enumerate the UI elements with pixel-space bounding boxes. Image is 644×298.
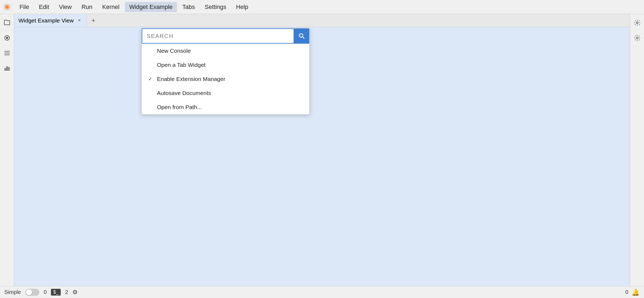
extensions-icon[interactable]	[2, 63, 12, 74]
list-item[interactable]: New Console	[142, 44, 309, 58]
menu-settings[interactable]: Settings	[200, 2, 231, 12]
list-item[interactable]: Autosave Documents	[142, 86, 309, 100]
status-left: Simple 0 $_ 2 ⚙	[4, 289, 78, 296]
check-icon-4	[148, 104, 154, 110]
option-label-0: New Console	[157, 48, 303, 54]
search-input[interactable]	[142, 28, 294, 44]
tab-close-button[interactable]: ×	[76, 18, 82, 24]
svg-point-3	[6, 6, 8, 8]
svg-point-12	[636, 37, 638, 39]
content-area: Widget Example View × +	[14, 14, 630, 286]
svg-point-11	[636, 22, 638, 24]
menu-tabs[interactable]: Tabs	[178, 2, 199, 12]
active-tab[interactable]: Widget Example View ×	[14, 14, 87, 27]
new-tab-button[interactable]: +	[88, 15, 99, 26]
tab-bar: Widget Example View × +	[14, 14, 630, 27]
menu-list: New Console Open a Tab Widget ✓ Enable E…	[142, 44, 309, 114]
option-label-1: Open a Tab Widget	[157, 62, 303, 68]
running-icon[interactable]	[2, 32, 12, 43]
menubar: File Edit View Run Kernel Widget Example…	[0, 0, 644, 14]
list-item[interactable]: Open a Tab Widget	[142, 58, 309, 72]
menu-kernel[interactable]: Kernel	[98, 2, 124, 12]
menu-help[interactable]: Help	[232, 2, 253, 12]
workspace: New Console Open a Tab Widget ✓ Enable E…	[14, 27, 630, 286]
list-item[interactable]: Open from Path...	[142, 100, 309, 114]
menu-widget-example[interactable]: Widget Example	[125, 2, 177, 12]
search-button[interactable]	[294, 28, 309, 44]
option-label-4: Open from Path...	[157, 104, 303, 110]
check-icon-3	[148, 90, 154, 96]
command-palette: New Console Open a Tab Widget ✓ Enable E…	[141, 28, 310, 114]
counter2: 2	[65, 289, 68, 295]
check-icon-2: ✓	[148, 76, 154, 82]
menu-run[interactable]: Run	[77, 2, 97, 12]
menu-view[interactable]: View	[54, 2, 76, 12]
menu-file[interactable]: File	[15, 2, 33, 12]
check-icon-0	[148, 48, 154, 54]
settings-bottom-icon[interactable]	[632, 32, 643, 43]
gear-status-icon[interactable]: ⚙	[72, 289, 78, 296]
option-label-3: Autosave Documents	[157, 90, 303, 96]
left-sidebar	[0, 14, 14, 286]
right-counter: 0	[625, 289, 628, 295]
status-right: 0 🔔	[625, 289, 640, 296]
svg-point-9	[299, 34, 303, 37]
tab-label: Widget Example View	[18, 17, 74, 24]
main-layout: Widget Example View × +	[0, 14, 644, 286]
check-icon-1	[148, 62, 154, 68]
toc-icon[interactable]	[2, 48, 12, 58]
bell-icon[interactable]: 🔔	[632, 289, 640, 296]
search-bar	[142, 28, 309, 44]
option-label-2: Enable Extension Manager	[157, 76, 303, 82]
counter1: 0	[44, 289, 47, 295]
svg-line-10	[302, 37, 304, 39]
app-logo	[2, 2, 12, 12]
settings-top-icon[interactable]	[632, 17, 643, 28]
mode-toggle[interactable]	[25, 289, 39, 296]
mode-label: Simple	[4, 289, 21, 295]
files-icon[interactable]	[2, 17, 12, 28]
status-bar: Simple 0 $_ 2 ⚙ 0 🔔	[0, 286, 644, 298]
svg-point-5	[6, 37, 8, 39]
dollar-sign-badge: $_	[51, 289, 61, 296]
right-sidebar	[630, 14, 644, 286]
list-item[interactable]: ✓ Enable Extension Manager	[142, 72, 309, 86]
menu-edit[interactable]: Edit	[34, 2, 53, 12]
